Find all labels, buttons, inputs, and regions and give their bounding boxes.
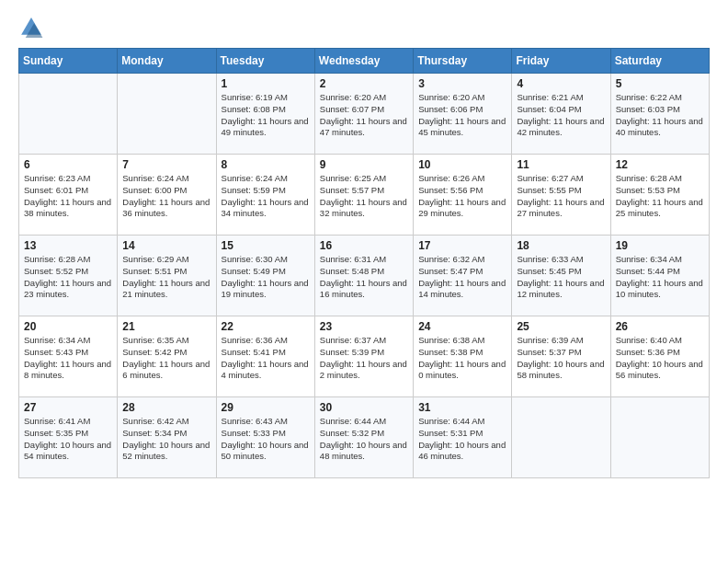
day-detail: Sunrise: 6:34 AM Sunset: 5:43 PM Dayligh… [24, 335, 112, 382]
calendar-cell: 18Sunrise: 6:33 AM Sunset: 5:45 PM Dayli… [512, 236, 610, 316]
day-detail: Sunrise: 6:25 AM Sunset: 5:57 PM Dayligh… [320, 173, 408, 220]
day-detail: Sunrise: 6:28 AM Sunset: 5:52 PM Dayligh… [24, 254, 112, 301]
calendar-cell: 6Sunrise: 6:23 AM Sunset: 6:01 PM Daylig… [19, 155, 118, 236]
calendar-cell: 28Sunrise: 6:42 AM Sunset: 5:34 PM Dayli… [118, 397, 216, 478]
calendar-cell: 24Sunrise: 6:38 AM Sunset: 5:38 PM Dayli… [414, 316, 512, 397]
day-number: 19 [616, 239, 704, 252]
day-number: 27 [24, 401, 112, 414]
weekday-header-thursday: Thursday [414, 49, 512, 74]
calendar-cell: 3Sunrise: 6:20 AM Sunset: 6:06 PM Daylig… [414, 74, 512, 155]
day-number: 7 [122, 158, 210, 171]
day-detail: Sunrise: 6:31 AM Sunset: 5:48 PM Dayligh… [320, 254, 408, 301]
day-number: 9 [320, 158, 408, 171]
calendar-cell [118, 74, 216, 155]
day-detail: Sunrise: 6:28 AM Sunset: 5:53 PM Dayligh… [616, 173, 704, 220]
weekday-header-row: SundayMondayTuesdayWednesdayThursdayFrid… [19, 49, 710, 74]
calendar-cell: 27Sunrise: 6:41 AM Sunset: 5:35 PM Dayli… [19, 397, 118, 478]
calendar-cell: 17Sunrise: 6:32 AM Sunset: 5:47 PM Dayli… [414, 236, 512, 316]
day-detail: Sunrise: 6:26 AM Sunset: 5:56 PM Dayligh… [418, 173, 506, 220]
calendar-cell: 8Sunrise: 6:24 AM Sunset: 5:59 PM Daylig… [216, 155, 314, 236]
day-detail: Sunrise: 6:34 AM Sunset: 5:44 PM Dayligh… [616, 254, 704, 301]
day-detail: Sunrise: 6:24 AM Sunset: 6:00 PM Dayligh… [122, 173, 210, 220]
day-number: 1 [222, 77, 310, 90]
day-number: 22 [222, 320, 310, 333]
day-detail: Sunrise: 6:23 AM Sunset: 6:01 PM Dayligh… [24, 173, 112, 220]
calendar-cell: 1Sunrise: 6:19 AM Sunset: 6:08 PM Daylig… [216, 74, 314, 155]
calendar-cell: 15Sunrise: 6:30 AM Sunset: 5:49 PM Dayli… [216, 236, 314, 316]
logo [18, 15, 48, 40]
day-number: 28 [122, 401, 210, 414]
day-detail: Sunrise: 6:44 AM Sunset: 5:31 PM Dayligh… [418, 416, 506, 463]
day-detail: Sunrise: 6:19 AM Sunset: 6:08 PM Dayligh… [222, 92, 310, 139]
day-number: 6 [24, 158, 112, 171]
day-detail: Sunrise: 6:39 AM Sunset: 5:37 PM Dayligh… [517, 335, 605, 382]
day-number: 24 [418, 320, 506, 333]
calendar-cell: 14Sunrise: 6:29 AM Sunset: 5:51 PM Dayli… [118, 236, 216, 316]
calendar-cell: 30Sunrise: 6:44 AM Sunset: 5:32 PM Dayli… [314, 397, 413, 478]
day-detail: Sunrise: 6:20 AM Sunset: 6:06 PM Dayligh… [418, 92, 506, 139]
calendar-cell: 7Sunrise: 6:24 AM Sunset: 6:00 PM Daylig… [118, 155, 216, 236]
day-number: 2 [320, 77, 408, 90]
weekday-header-saturday: Saturday [610, 49, 709, 74]
calendar-cell: 26Sunrise: 6:40 AM Sunset: 5:36 PM Dayli… [610, 316, 709, 397]
calendar-week-row: 20Sunrise: 6:34 AM Sunset: 5:43 PM Dayli… [19, 316, 710, 397]
day-detail: Sunrise: 6:42 AM Sunset: 5:34 PM Dayligh… [122, 416, 210, 463]
day-number: 17 [418, 239, 506, 252]
calendar-cell: 11Sunrise: 6:27 AM Sunset: 5:55 PM Dayli… [512, 155, 610, 236]
day-detail: Sunrise: 6:36 AM Sunset: 5:41 PM Dayligh… [222, 335, 310, 382]
day-detail: Sunrise: 6:43 AM Sunset: 5:33 PM Dayligh… [222, 416, 310, 463]
day-detail: Sunrise: 6:20 AM Sunset: 6:07 PM Dayligh… [320, 92, 408, 139]
day-detail: Sunrise: 6:40 AM Sunset: 5:36 PM Dayligh… [616, 335, 704, 382]
calendar-cell: 2Sunrise: 6:20 AM Sunset: 6:07 PM Daylig… [314, 74, 413, 155]
day-number: 12 [616, 158, 704, 171]
calendar-cell: 5Sunrise: 6:22 AM Sunset: 6:03 PM Daylig… [610, 74, 709, 155]
day-number: 10 [418, 158, 506, 171]
calendar-cell: 31Sunrise: 6:44 AM Sunset: 5:31 PM Dayli… [414, 397, 512, 478]
calendar-cell [512, 397, 610, 478]
calendar-cell: 10Sunrise: 6:26 AM Sunset: 5:56 PM Dayli… [414, 155, 512, 236]
day-number: 4 [517, 77, 605, 90]
page: SundayMondayTuesdayWednesdayThursdayFrid… [0, 0, 728, 563]
day-number: 30 [320, 401, 408, 414]
day-detail: Sunrise: 6:33 AM Sunset: 5:45 PM Dayligh… [517, 254, 605, 301]
weekday-header-tuesday: Tuesday [216, 49, 314, 74]
calendar-cell: 16Sunrise: 6:31 AM Sunset: 5:48 PM Dayli… [314, 236, 413, 316]
calendar-week-row: 27Sunrise: 6:41 AM Sunset: 5:35 PM Dayli… [19, 397, 710, 478]
day-detail: Sunrise: 6:37 AM Sunset: 5:39 PM Dayligh… [320, 335, 408, 382]
calendar-week-row: 6Sunrise: 6:23 AM Sunset: 6:01 PM Daylig… [19, 155, 710, 236]
calendar-table: SundayMondayTuesdayWednesdayThursdayFrid… [18, 48, 710, 478]
day-number: 15 [222, 239, 310, 252]
calendar-cell: 25Sunrise: 6:39 AM Sunset: 5:37 PM Dayli… [512, 316, 610, 397]
calendar-cell: 29Sunrise: 6:43 AM Sunset: 5:33 PM Dayli… [216, 397, 314, 478]
calendar-week-row: 13Sunrise: 6:28 AM Sunset: 5:52 PM Dayli… [19, 236, 710, 316]
day-detail: Sunrise: 6:22 AM Sunset: 6:03 PM Dayligh… [616, 92, 704, 139]
calendar-cell: 13Sunrise: 6:28 AM Sunset: 5:52 PM Dayli… [19, 236, 118, 316]
weekday-header-monday: Monday [118, 49, 216, 74]
calendar-header: SundayMondayTuesdayWednesdayThursdayFrid… [19, 49, 710, 74]
day-detail: Sunrise: 6:44 AM Sunset: 5:32 PM Dayligh… [320, 416, 408, 463]
day-number: 20 [24, 320, 112, 333]
day-number: 8 [222, 158, 310, 171]
day-detail: Sunrise: 6:38 AM Sunset: 5:38 PM Dayligh… [418, 335, 506, 382]
day-number: 21 [122, 320, 210, 333]
calendar-week-row: 1Sunrise: 6:19 AM Sunset: 6:08 PM Daylig… [19, 74, 710, 155]
day-number: 18 [517, 239, 605, 252]
calendar-cell: 23Sunrise: 6:37 AM Sunset: 5:39 PM Dayli… [314, 316, 413, 397]
day-number: 16 [320, 239, 408, 252]
day-number: 5 [616, 77, 704, 90]
day-detail: Sunrise: 6:32 AM Sunset: 5:47 PM Dayligh… [418, 254, 506, 301]
weekday-header-wednesday: Wednesday [314, 49, 413, 74]
day-detail: Sunrise: 6:35 AM Sunset: 5:42 PM Dayligh… [122, 335, 210, 382]
day-number: 31 [418, 401, 506, 414]
day-number: 11 [517, 158, 605, 171]
day-detail: Sunrise: 6:29 AM Sunset: 5:51 PM Dayligh… [122, 254, 210, 301]
calendar-cell: 19Sunrise: 6:34 AM Sunset: 5:44 PM Dayli… [610, 236, 709, 316]
weekday-header-sunday: Sunday [19, 49, 118, 74]
calendar-cell: 21Sunrise: 6:35 AM Sunset: 5:42 PM Dayli… [118, 316, 216, 397]
day-detail: Sunrise: 6:27 AM Sunset: 5:55 PM Dayligh… [517, 173, 605, 220]
day-detail: Sunrise: 6:30 AM Sunset: 5:49 PM Dayligh… [222, 254, 310, 301]
day-detail: Sunrise: 6:41 AM Sunset: 5:35 PM Dayligh… [24, 416, 112, 463]
calendar-cell: 22Sunrise: 6:36 AM Sunset: 5:41 PM Dayli… [216, 316, 314, 397]
calendar-cell: 20Sunrise: 6:34 AM Sunset: 5:43 PM Dayli… [19, 316, 118, 397]
logo-icon [18, 15, 44, 40]
